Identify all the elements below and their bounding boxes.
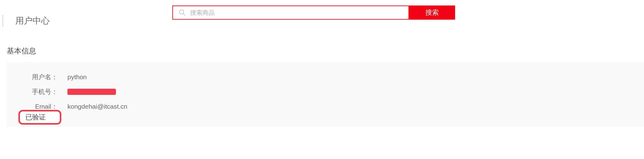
title-divider [2, 15, 3, 27]
email-label: Email： [23, 102, 58, 111]
verify-status-badge: 已验证 [18, 110, 61, 125]
phone-label: 手机号： [23, 87, 58, 96]
header: 用户中心 搜索 [0, 0, 644, 28]
page-title: 用户中心 [15, 15, 50, 27]
username-value: python [67, 73, 87, 81]
search-box[interactable] [172, 6, 409, 20]
search-icon [178, 9, 186, 16]
email-value: kongdehai@itcast.cn [67, 103, 127, 110]
info-row-email: Email： kongdehai@itcast.cn [23, 102, 627, 111]
info-panel: 用户名： python 手机号： Email： kongdehai@itcast… [7, 62, 644, 127]
info-row-username: 用户名： python [23, 72, 627, 82]
search-button[interactable]: 搜索 [409, 6, 455, 20]
section-title: 基本信息 [7, 46, 644, 56]
username-label: 用户名： [23, 73, 58, 81]
search-area: 搜索 [172, 6, 455, 20]
phone-redacted [67, 89, 116, 95]
content: 基本信息 用户名： python 手机号： Email： kongdehai@i… [0, 46, 644, 127]
info-row-phone: 手机号： [23, 87, 627, 96]
svg-line-1 [183, 14, 185, 15]
search-input[interactable] [190, 9, 408, 16]
title-area: 用户中心 [2, 15, 50, 27]
